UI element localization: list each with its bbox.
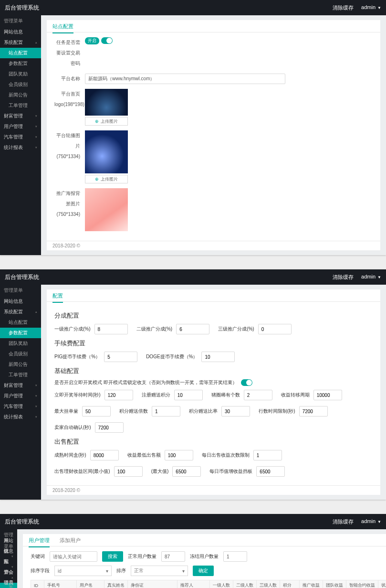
sidebar-item[interactable]: 系统配置▴ — [0, 37, 41, 48]
field-input[interactable] — [95, 422, 124, 433]
sidebar-item[interactable]: 会员级别 — [0, 79, 41, 90]
field-input[interactable] — [244, 390, 272, 400]
badge-enabled: 开启 — [85, 37, 99, 44]
sidebar-item[interactable]: 工单管理 — [0, 370, 41, 380]
sidebar-item[interactable]: 工单管理 — [0, 100, 41, 111]
sidebar-item[interactable]: 汽车管理▾ — [0, 401, 41, 412]
field-input[interactable] — [256, 466, 285, 477]
normal-count — [161, 551, 185, 562]
table-header: 三级人数 — [257, 580, 280, 588]
immediate-mode-hint: 是否开启立即开奖模式 即开模式需锁定收支（否则为倒数统一开奖，需等至开奖结束） — [54, 379, 237, 386]
field-input[interactable] — [165, 450, 193, 460]
table-header: 团队收益 — [323, 580, 346, 588]
sidebar-item[interactable]: 系统配置▴ — [0, 307, 41, 317]
search-button[interactable]: 搜索 — [102, 551, 123, 562]
tab-site-config[interactable]: 站点配置 — [52, 20, 73, 33]
field-input[interactable] — [253, 450, 282, 460]
field-label: 成熟时间盒(秒) — [54, 452, 86, 459]
field-label: 积分赠送倍数 — [119, 408, 148, 415]
field-input[interactable] — [104, 390, 133, 400]
frozen-label: 冻结用户数量 — [190, 553, 219, 560]
field-input[interactable] — [299, 406, 328, 417]
sidebar-item[interactable]: 网站信息 — [0, 296, 41, 307]
field-label: DOGE提币手续费（%） — [146, 353, 198, 360]
field-label: 收益最低出售额 — [127, 452, 161, 459]
sidebar-item[interactable]: 统计报表▾ — [0, 412, 41, 422]
user-menu[interactable]: admin▼ — [361, 518, 381, 525]
field-input[interactable] — [90, 450, 119, 460]
input-platform-name[interactable] — [85, 74, 285, 84]
field-label: 最大挂单量 — [54, 408, 78, 415]
field-label: (最大值) — [151, 468, 169, 475]
table-header: ID — [31, 580, 44, 588]
clear-cache-link[interactable]: 清除缓存 — [333, 4, 354, 11]
sidebar-item[interactable]: 团队奖励 — [0, 69, 41, 79]
field-label: 猪圈稀有个数 — [211, 392, 240, 398]
field-label: 出售理财收益区间(最小值) — [54, 468, 110, 475]
tab-config[interactable]: 配置 — [52, 289, 63, 303]
sidebar-item[interactable]: 站点配置 — [0, 317, 41, 328]
toggle-immediate[interactable] — [241, 379, 252, 386]
label-pwd: 任务是否需要设置交易密码 — [54, 37, 85, 69]
sidebar-item[interactable]: 参数配置 — [0, 328, 41, 338]
sidebar-item[interactable]: 统计报表▾ — [0, 142, 41, 153]
field-input[interactable] — [114, 466, 143, 477]
table-header: 身份证 — [128, 580, 177, 588]
upload-logo[interactable]: ⊕上传图片 — [85, 117, 128, 126]
field-input[interactable] — [104, 352, 137, 362]
sidebar-item[interactable]: 用户管理▾ — [0, 121, 41, 132]
sidebar-item[interactable]: 团队奖励 — [0, 338, 41, 349]
table-header: 智能合约收益 — [346, 580, 378, 588]
frozen-count — [223, 551, 247, 562]
sidebar-item[interactable]: 新闻公告 — [0, 359, 41, 370]
field-input[interactable] — [82, 406, 111, 417]
sidebar-item[interactable]: 财富管理▾ — [0, 111, 41, 121]
clear-cache-link[interactable]: 清除缓存 — [333, 274, 354, 281]
field-label: 一级推广分成(%) — [54, 326, 91, 332]
sidebar-item[interactable]: 用户管理▾ — [0, 391, 41, 401]
sidebar-item[interactable]: 会员级别 — [0, 349, 41, 359]
kw-input[interactable] — [50, 551, 97, 562]
tab-add-user[interactable]: 添加用户 — [60, 534, 81, 546]
table-header: 一级人数 — [210, 580, 233, 588]
field-input[interactable] — [94, 324, 128, 334]
footer: 2018-2020 © — [47, 241, 380, 250]
sidebar-item[interactable]: 新闻公告 — [0, 90, 41, 100]
table-header: 状态 — [378, 580, 386, 588]
label-logo: 平台首页logo(198*198) — [54, 89, 85, 110]
apply-button[interactable]: 确定 — [193, 566, 214, 576]
table-header: 推荐人 — [177, 580, 210, 588]
table-header: 手机号 — [44, 580, 77, 588]
field-label: PIG提币手续费（%） — [54, 353, 100, 360]
field-input[interactable] — [313, 390, 342, 400]
user-menu[interactable]: admin▼ — [361, 4, 381, 11]
sidebar-item[interactable]: 财富管理▾ — [0, 380, 41, 391]
toggle-enabled[interactable] — [101, 37, 113, 44]
sidebar-item[interactable]: 汽车管理▾ — [0, 132, 41, 142]
upload-banner[interactable]: ⊕上传图片 — [85, 175, 128, 183]
sort-select[interactable]: id▾ — [54, 566, 112, 576]
sidebar-item[interactable]: 参数配置 — [0, 58, 41, 69]
section-fee: 手续费配置 — [54, 339, 373, 348]
brand: 后台管理系统 — [5, 273, 39, 281]
field-input[interactable] — [174, 390, 203, 400]
field-input[interactable] — [152, 406, 180, 417]
brand: 后台管理系统 — [5, 518, 39, 526]
label-poster: 推广海报背景图片(750*1334) — [54, 188, 85, 220]
user-menu[interactable]: admin▼ — [361, 274, 381, 281]
order-label: 排序 — [116, 567, 126, 574]
clear-cache-link[interactable]: 清除缓存 — [333, 518, 354, 525]
sidebar-item[interactable]: 网站信息 — [0, 27, 41, 37]
field-label: 立即开奖等待时间(秒) — [54, 392, 101, 398]
order-select[interactable]: 正常▾ — [131, 566, 188, 576]
label-banner: 平台轮播图片(750*1334) — [54, 130, 85, 162]
section-sell: 出售配置 — [54, 438, 373, 446]
field-input[interactable] — [201, 352, 235, 362]
field-input[interactable] — [172, 466, 201, 477]
field-input[interactable] — [221, 406, 250, 417]
tab-user-mgmt[interactable]: 用户管理 — [29, 534, 50, 547]
sort-label: 排序字段 — [31, 567, 50, 574]
field-input[interactable] — [258, 324, 292, 334]
sidebar-item[interactable]: 站点配置 — [0, 48, 41, 58]
field-input[interactable] — [176, 324, 209, 334]
